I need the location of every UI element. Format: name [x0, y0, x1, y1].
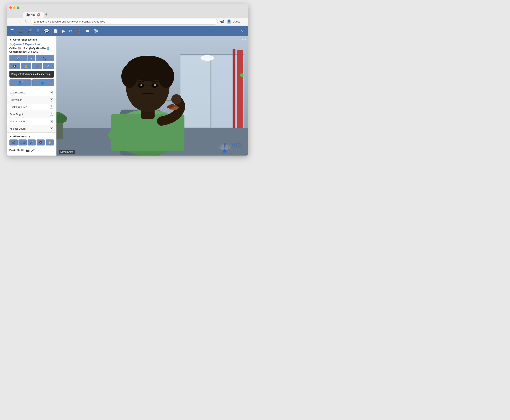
- guest-label: Guest: [233, 20, 240, 23]
- tab-favicon: 🎥: [26, 13, 30, 16]
- phone-button[interactable]: 📞: [36, 55, 54, 61]
- record-icon[interactable]: ⏺: [86, 29, 90, 33]
- join-leave-icon[interactable]: 🚪: [76, 29, 82, 33]
- participant-row[interactable]: Jacob Larusa 🕐: [7, 89, 56, 96]
- screen-share-icon[interactable]: 🖥: [36, 29, 40, 33]
- traffic-lights: [9, 7, 19, 9]
- flag-icon: 🇺🇸: [18, 47, 22, 50]
- new-tab-button[interactable]: +: [45, 12, 48, 18]
- participant-row[interactable]: Nathanael Wu 🕐: [7, 118, 56, 125]
- collapse-arrow: ▼: [9, 38, 12, 41]
- conf-id-label: Conference ID :: [9, 50, 27, 53]
- participant-name: Mikhail Beard: [10, 127, 26, 130]
- media-icon[interactable]: ▶: [62, 29, 65, 33]
- svg-point-23: [121, 65, 137, 88]
- documents-icon[interactable]: 📄: [53, 29, 58, 33]
- tooltip-text: Bring selected user into the meeting.: [11, 73, 51, 75]
- participant-name: Erick Gutierrez: [10, 105, 27, 109]
- url-bar[interactable]: 🔒 m4demo.videoconferencinginfo.com/meeti…: [30, 19, 218, 24]
- attendee-camera-icon: 📷: [26, 149, 30, 152]
- participant-status-icon: 🕐: [49, 98, 53, 102]
- participant-row[interactable]: Mikhail Beard 🕐: [7, 125, 56, 132]
- invite-buttons: 👤+ 👥: [9, 79, 54, 86]
- guest-button[interactable]: 👤 Guest: [227, 19, 240, 24]
- audio-buttons: 🔊 or 📞: [9, 55, 54, 61]
- svg-point-38: [218, 146, 220, 147]
- attendee-mute-btn[interactable]: 🔇: [37, 139, 45, 145]
- settings-button[interactable]: ⚙: [43, 63, 54, 69]
- browser-titlebar: [7, 4, 248, 11]
- browser-more-button[interactable]: ⋮: [242, 20, 246, 24]
- attendee-row[interactable]: David Smith 📷 🎤: [9, 147, 54, 154]
- call-in-label: Call In:: [9, 47, 17, 50]
- attendee-mic-btn[interactable]: 🎤: [28, 139, 36, 145]
- guest-avatar: 👤: [227, 19, 232, 24]
- invite-user-button[interactable]: 👤+: [9, 79, 32, 86]
- svg-point-40: [227, 144, 230, 146]
- tab-title: VCI: [31, 14, 36, 16]
- edit-icon[interactable]: ✏️: [9, 43, 13, 46]
- attendees-header[interactable]: ▼ Attendees (1): [9, 135, 54, 138]
- conference-id-row: Conference ID : 049-8760: [9, 50, 54, 53]
- camera-permission-icon[interactable]: 📹: [220, 20, 224, 23]
- close-button[interactable]: ✕: [239, 28, 245, 34]
- svg-point-34: [224, 143, 226, 145]
- minimize-traffic-light[interactable]: [13, 7, 15, 9]
- broadcast-icon[interactable]: 📡: [94, 29, 99, 33]
- video-svg: [56, 36, 248, 156]
- url-text: m4demo.videoconferencinginfo.com/meeting…: [37, 20, 105, 23]
- participant-row[interactable]: Erick Gutierrez 🕐: [7, 104, 56, 111]
- svg-point-16: [171, 94, 181, 104]
- svg-rect-2: [181, 56, 210, 127]
- svg-rect-41: [228, 146, 229, 148]
- active-tab[interactable]: 🎥 VCI ✕: [23, 12, 44, 18]
- attendees-arrow: ▼: [9, 135, 12, 138]
- video-area: David Smith •••: [56, 36, 248, 156]
- attendees-title: Attendees (1): [13, 135, 30, 138]
- block-button[interactable]: 🚫: [32, 63, 42, 69]
- participant-name: Raj Wilder: [10, 98, 22, 101]
- vci-icon: [218, 139, 232, 152]
- video-toolbar-icon[interactable]: 📹: [18, 29, 23, 33]
- email-icon[interactable]: ✉: [69, 29, 73, 33]
- svg-rect-7: [232, 49, 235, 138]
- speaker-button[interactable]: 🔊: [9, 55, 28, 61]
- invite-user-icon: 👤+: [18, 81, 23, 85]
- svg-point-36: [220, 144, 222, 146]
- back-button[interactable]: ←: [9, 19, 14, 24]
- svg-rect-35: [224, 145, 225, 148]
- video-more-button[interactable]: •••: [242, 38, 246, 41]
- globe-icon: 🌐: [46, 47, 49, 50]
- mic-toolbar-icon[interactable]: 🎤: [27, 29, 32, 33]
- maximize-traffic-light[interactable]: [17, 7, 19, 9]
- participant-status-icon: 🕐: [49, 127, 53, 131]
- forward-button[interactable]: →: [17, 19, 22, 24]
- refresh-button[interactable]: ↻: [24, 19, 28, 24]
- call-in-row: Call In: 🇺🇸 US +1 (206) 928-9280 🌐: [9, 47, 54, 50]
- attendee-controls: 📹 🚫📹 🎤 🔇 ✋: [9, 139, 54, 145]
- vci-logo: VCI: [218, 139, 242, 151]
- tab-bar: 🎥 VCI ✕ +: [7, 11, 248, 18]
- attendee-hand-btn[interactable]: ✋: [46, 139, 54, 145]
- speaker-name-overlay: David Smith: [59, 150, 75, 154]
- participant-name: Nathanael Wu: [10, 120, 26, 123]
- close-traffic-light[interactable]: [9, 7, 12, 9]
- menu-icon[interactable]: ☰: [10, 29, 14, 33]
- participant-row[interactable]: Jaye Bright 🕐: [7, 111, 56, 118]
- conference-details-header[interactable]: ▼ Conference Details: [9, 38, 54, 41]
- participant-name: Jaye Bright: [10, 113, 23, 116]
- participant-row[interactable]: Raj Wilder 🕐: [7, 96, 56, 104]
- invite-group-button[interactable]: 👥: [32, 79, 54, 86]
- meeting-name: ✏️ Quarter 2 Expectations: [9, 43, 54, 46]
- attendee-no-camera-btn[interactable]: 🚫📹: [18, 139, 27, 145]
- svg-rect-43: [230, 147, 231, 149]
- app-container: ☰ 📹 🎤 🖥 💬 📄 ▶ ✉ 🚪 ⏺ 📡 ✕ ▼ Conference: [7, 26, 248, 156]
- lock-button[interactable]: 🔒: [21, 63, 31, 69]
- mute-all-button[interactable]: 🔇: [9, 63, 20, 69]
- tab-close-button[interactable]: ✕: [37, 13, 40, 16]
- invite-group-icon: 👥: [41, 81, 45, 85]
- main-content: ▼ Conference Details ✏️ Quarter 2 Expect…: [7, 36, 248, 156]
- attendee-camera-btn[interactable]: 📹: [9, 139, 18, 145]
- attendee-mic-icon: 🎤: [31, 149, 35, 152]
- chat-icon[interactable]: 💬: [44, 29, 49, 33]
